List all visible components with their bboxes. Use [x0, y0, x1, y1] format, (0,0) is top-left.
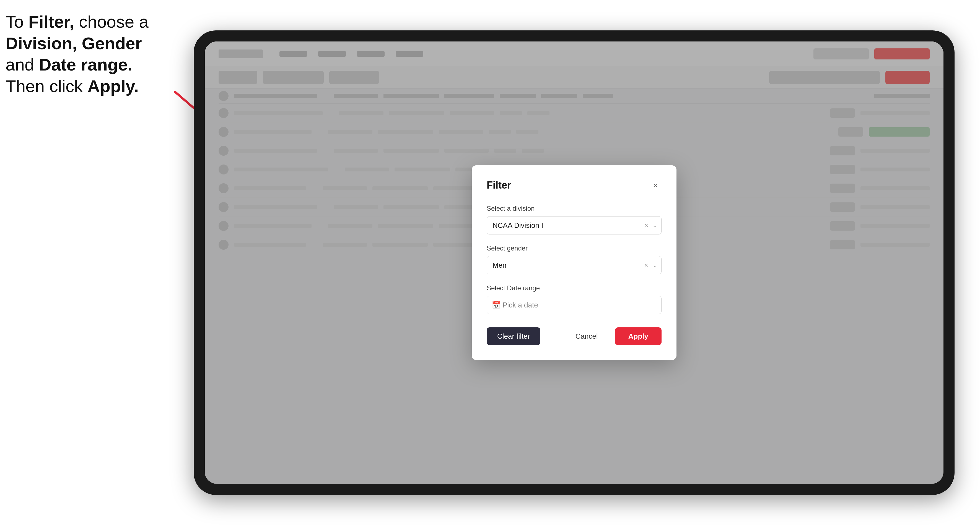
- gender-select[interactable]: Men: [487, 256, 662, 274]
- date-input-wrapper[interactable]: 📅: [487, 296, 662, 314]
- division-clear-icon[interactable]: ×: [644, 221, 648, 229]
- clear-filter-button[interactable]: Clear filter: [487, 327, 540, 345]
- instruction-line1: To Filter, choose a: [6, 12, 149, 31]
- gender-form-group: Select gender Men × ⌄: [487, 244, 662, 274]
- calendar-icon: 📅: [492, 301, 501, 310]
- date-label: Select Date range: [487, 284, 662, 292]
- instruction-block: To Filter, choose a Division, Gender and…: [6, 11, 166, 97]
- division-select[interactable]: NCAA Division I: [487, 216, 662, 235]
- instruction-line2: Division, Gender: [6, 34, 142, 53]
- modal-footer-right: Cancel Apply: [565, 327, 662, 345]
- instruction-line3: and Date range.: [6, 55, 132, 74]
- modal-footer: Clear filter Cancel Apply: [487, 327, 662, 345]
- tablet-frame: Filter × Select a division NCAA Division…: [194, 30, 955, 495]
- gender-select-wrapper[interactable]: Men × ⌄: [487, 256, 662, 274]
- modal-overlay: Filter × Select a division NCAA Division…: [205, 41, 943, 484]
- division-form-group: Select a division NCAA Division I × ⌄: [487, 205, 662, 235]
- division-select-wrapper[interactable]: NCAA Division I × ⌄: [487, 216, 662, 235]
- tablet-screen: Filter × Select a division NCAA Division…: [205, 41, 943, 484]
- gender-label: Select gender: [487, 244, 662, 252]
- filter-modal: Filter × Select a division NCAA Division…: [472, 165, 676, 360]
- apply-button[interactable]: Apply: [615, 327, 662, 345]
- division-label: Select a division: [487, 205, 662, 212]
- gender-clear-icon[interactable]: ×: [644, 261, 648, 269]
- instruction-line4: Then click Apply.: [6, 76, 138, 96]
- date-form-group: Select Date range 📅: [487, 284, 662, 314]
- cancel-button[interactable]: Cancel: [565, 327, 608, 345]
- date-input[interactable]: [487, 296, 662, 314]
- modal-close-button[interactable]: ×: [649, 179, 662, 191]
- modal-title: Filter: [487, 179, 511, 191]
- modal-header: Filter ×: [487, 179, 662, 191]
